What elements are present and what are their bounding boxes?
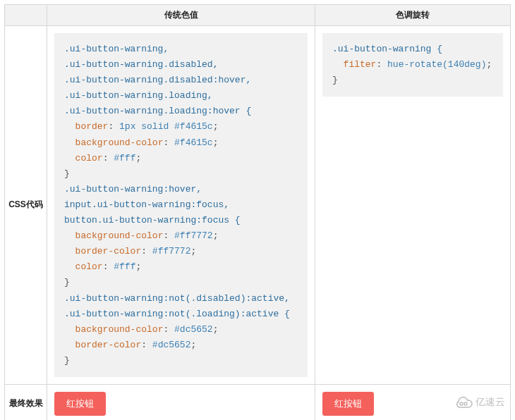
code-block-traditional: .ui-button-warning, .ui-button-warning.d…	[54, 33, 308, 377]
code-cell-traditional: .ui-button-warning, .ui-button-warning.d…	[47, 26, 315, 385]
header-hue-rotate: 色调旋转	[315, 5, 511, 26]
row-label-result: 最终效果	[5, 384, 47, 420]
header-blank	[5, 5, 47, 26]
result-cell-hue-rotate: 红按钮	[315, 384, 511, 420]
row-label-css: CSS代码	[5, 26, 47, 385]
comparison-table: 传统色值 色调旋转 CSS代码 .ui-button-warning, .ui-…	[4, 4, 511, 420]
code-block-hue-rotate: .ui-button-warning { filter: hue-rotate(…	[322, 33, 503, 97]
red-button-traditional[interactable]: 红按钮	[54, 392, 106, 416]
result-cell-traditional: 红按钮	[47, 384, 315, 420]
code-cell-hue-rotate: .ui-button-warning { filter: hue-rotate(…	[315, 26, 511, 385]
header-traditional: 传统色值	[47, 5, 315, 26]
red-button-hue-rotate[interactable]: 红按钮	[322, 392, 374, 416]
